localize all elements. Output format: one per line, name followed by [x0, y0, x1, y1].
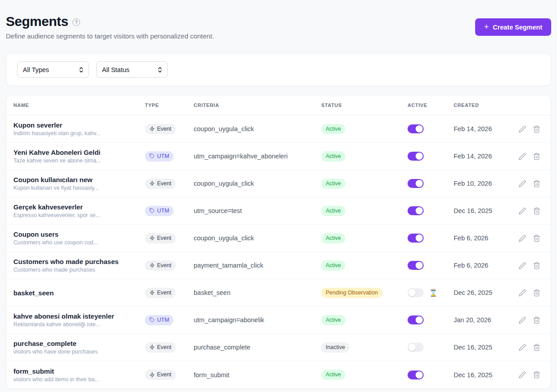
active-toggle[interactable] [408, 288, 424, 297]
criteria-cell: form_submit [194, 371, 321, 379]
status-cell: Active [321, 124, 408, 134]
actions-cell [519, 316, 544, 324]
status-cell: Active [321, 315, 408, 325]
create-segment-button[interactable]: + Create Segment [475, 18, 551, 36]
type-badge-label: UTM [157, 208, 169, 214]
trash-icon [533, 153, 540, 160]
col-header-name: Name [13, 102, 145, 108]
toggle-knob [416, 262, 423, 269]
type-badge: Event [145, 342, 176, 353]
delete-button[interactable] [533, 262, 540, 269]
type-badge: Event [145, 124, 176, 134]
type-cell: Event [145, 233, 194, 243]
delete-button[interactable] [533, 289, 540, 297]
delete-button[interactable] [533, 125, 540, 133]
actions-cell [519, 153, 544, 160]
active-toggle[interactable] [408, 206, 424, 215]
table-row: purchase_complete visitors who have done… [6, 334, 551, 361]
segment-name: Kupon severler [13, 121, 145, 129]
zap-icon [149, 126, 155, 132]
table-row: form_submit visitors who add items in th… [6, 361, 551, 388]
type-cell: Event [145, 260, 194, 271]
status-cell: Active [321, 151, 408, 162]
status-badge: Active [321, 233, 345, 243]
toggle-knob [416, 125, 423, 132]
segments-table: Name Type Criteria Status Active Created… [6, 95, 551, 389]
trash-icon [533, 371, 540, 379]
criteria-cell: coupon_uygula_click [194, 180, 321, 187]
delete-button[interactable] [533, 153, 540, 160]
pencil-icon [519, 262, 526, 269]
actions-cell [519, 180, 544, 187]
type-badge-label: Event [157, 371, 171, 378]
page-header: Segments ? Define audience segments to t… [6, 6, 551, 40]
type-cell: UTM [145, 151, 194, 162]
criteria-cell: payment_tamamla_click [194, 262, 321, 269]
edit-button[interactable] [519, 207, 526, 215]
toggle-knob [416, 153, 423, 160]
active-toggle[interactable] [408, 124, 424, 133]
delete-button[interactable] [533, 207, 540, 215]
type-badge-label: Event [157, 235, 171, 242]
status-filter-select[interactable]: All Status [96, 61, 168, 78]
type-badge: UTM [145, 206, 174, 216]
active-toggle[interactable] [408, 179, 424, 188]
edit-button[interactable] [519, 316, 526, 324]
active-toggle[interactable] [408, 152, 424, 161]
zap-icon [149, 345, 155, 350]
active-toggle[interactable] [408, 261, 424, 270]
status-cell: Active [321, 233, 408, 243]
active-cell [408, 315, 454, 324]
created-cell: Feb 6, 2026 [454, 234, 519, 242]
delete-button[interactable] [533, 371, 540, 379]
segment-description: visitors who have done purchases [13, 349, 145, 355]
pencil-icon [519, 316, 526, 324]
edit-button[interactable] [519, 262, 526, 269]
active-toggle[interactable] [408, 343, 424, 352]
name-cell: form_submit visitors who add items in th… [13, 367, 145, 383]
segment-description: Customers who use coupon cod... [13, 239, 145, 246]
created-cell: Feb 10, 2026 [454, 180, 519, 187]
edit-button[interactable] [519, 234, 526, 242]
select-chevrons-icon [158, 67, 162, 73]
edit-button[interactable] [519, 371, 526, 379]
pencil-icon [519, 344, 526, 351]
toggle-knob [408, 344, 416, 351]
edit-button[interactable] [519, 180, 526, 187]
table-row: Gerçek kahveseverler Espresso kahveseven… [6, 197, 551, 225]
pencil-icon [519, 180, 526, 187]
name-cell: purchase_complete visitors who have done… [13, 340, 145, 355]
edit-button[interactable] [519, 344, 526, 351]
page-subtitle: Define audience segments to target visit… [6, 32, 214, 40]
created-cell: Feb 14, 2026 [454, 125, 519, 132]
status-filter-value: All Status [102, 66, 129, 73]
type-filter-select[interactable]: All Types [17, 61, 89, 78]
page-title: Segments [6, 14, 68, 29]
name-cell: Gerçek kahveseverler Espresso kahveseven… [13, 203, 145, 218]
active-toggle[interactable] [408, 371, 424, 379]
name-cell: basket_seen [13, 289, 145, 297]
type-cell: Event [145, 288, 194, 298]
zap-icon [149, 372, 155, 378]
active-toggle[interactable] [408, 315, 424, 324]
delete-button[interactable] [533, 344, 540, 351]
table-header-row: Name Type Criteria Status Active Created [6, 95, 551, 115]
criteria-cell: coupon_uygula_click [194, 125, 321, 132]
trash-icon [533, 207, 540, 215]
edit-button[interactable] [519, 289, 526, 297]
type-cell: Event [145, 124, 194, 134]
name-cell: Kupon severler İndirim hasasiyeti olan g… [13, 121, 145, 136]
help-icon[interactable]: ? [72, 18, 80, 26]
status-badge: Pending Observation [321, 288, 383, 298]
edit-button[interactable] [519, 125, 526, 133]
active-toggle[interactable] [408, 234, 424, 243]
actions-cell [519, 289, 544, 297]
delete-button[interactable] [533, 180, 540, 187]
delete-button[interactable] [533, 234, 540, 242]
edit-button[interactable] [519, 153, 526, 160]
delete-button[interactable] [533, 316, 540, 324]
type-badge-label: Event [157, 344, 171, 351]
hourglass-icon: ⌛ [429, 290, 438, 296]
type-badge-label: Event [157, 180, 171, 187]
segment-description: Reklamlarda kahve aboneliği iste... [13, 321, 145, 328]
